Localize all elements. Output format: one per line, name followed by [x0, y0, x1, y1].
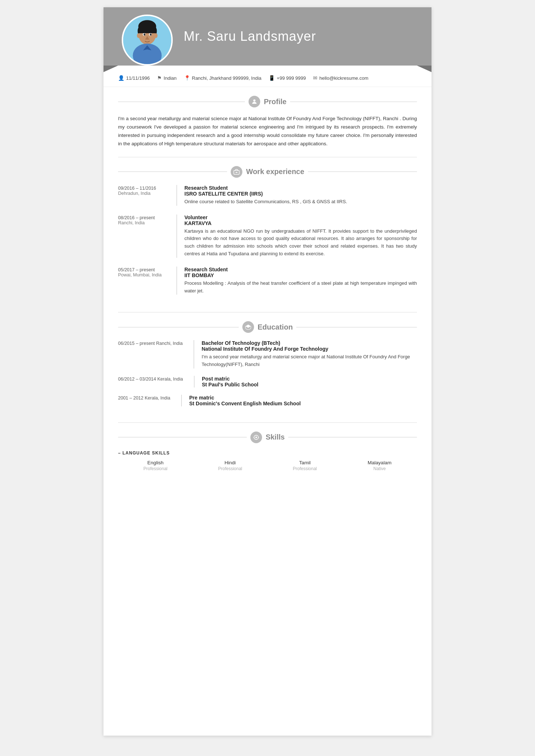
language-english: English Professional	[118, 460, 193, 471]
edu-item-1: 06/2015 – present Ranchi, India Bachelor…	[118, 340, 417, 369]
language-grid: English Professional Hindi Professional …	[118, 460, 417, 471]
dob-value: 11/11/1996	[126, 75, 150, 81]
avatar	[122, 15, 173, 66]
section-line-right	[290, 102, 417, 102]
svg-point-17	[255, 437, 257, 438]
email-item: ✉ hello@kickresume.com	[313, 75, 368, 81]
svg-point-10	[144, 34, 145, 36]
work-date-range-3: 05/2017 – present	[118, 267, 165, 272]
phone-item: 📱 +99 999 9999	[269, 75, 306, 81]
work-company-2: KARTAVYA	[184, 220, 417, 226]
education-section: Education 06/2015 – present Ranchi, Indi…	[104, 312, 431, 422]
work-desc-3: Process Modelling : Analysis of the heat…	[184, 280, 417, 295]
work-location-3: Powai, Mumbai, India	[118, 272, 165, 277]
language-level-tamil: Professional	[268, 466, 342, 471]
flag-icon: ⚑	[157, 75, 162, 81]
person-icon: 👤	[118, 75, 124, 81]
edu-location-1: Ranchi, India	[156, 341, 183, 346]
dob-item: 👤 11/11/1996	[118, 75, 150, 81]
edu-content-1: Bachelor Of Technology (BTech) National …	[194, 340, 417, 369]
work-job-title-1: Research Student	[184, 185, 417, 191]
svg-point-4	[154, 33, 157, 38]
work-date-2: 08/2016 – present Ranchi, India	[118, 214, 165, 258]
education-title: Education	[258, 323, 293, 331]
resume-container: Mr. Saru Landsmayer 👤 11/11/1996 ⚑ India…	[104, 7, 431, 736]
language-skills-label: – LANGUAGE SKILLS	[118, 450, 417, 456]
location-item: 📍 Ranchi, Jharkhand 999999, India	[184, 75, 262, 81]
section-line-right	[308, 172, 417, 172]
edu-location-3: Kerala, India	[145, 395, 170, 401]
edu-content-2: Post matric St Paul's Public School	[194, 376, 417, 387]
location-value: Ranchi, Jharkhand 999999, India	[192, 75, 262, 81]
nationality-item: ⚑ Indian	[157, 75, 176, 81]
skills-section: Skills – LANGUAGE SKILLS English Profess…	[104, 423, 431, 480]
location-icon: 📍	[184, 75, 190, 81]
language-level-hindi: Professional	[193, 466, 268, 471]
skills-section-header: Skills	[118, 432, 417, 443]
candidate-name: Mr. Saru Landsmayer	[184, 29, 316, 44]
language-name-hindi: Hindi	[193, 460, 268, 465]
edu-degree-3: Pre matric	[189, 395, 417, 401]
email-value: hello@kickresume.com	[319, 75, 368, 81]
section-line-right	[288, 437, 417, 437]
work-item-3: 05/2017 – present Powai, Mumbai, India R…	[118, 267, 417, 295]
edu-date-range-3: 2001 – 2012	[118, 395, 144, 401]
language-malayalam: Malayalam Native	[342, 460, 417, 471]
work-section-header: Work experience	[118, 166, 417, 178]
profile-section-header: Profile	[118, 96, 417, 107]
edu-school-3: St Dominic's Convent English Medium Scho…	[189, 401, 417, 406]
phone-icon: 📱	[269, 75, 275, 81]
work-desc-1: Online course related to Satellite Commu…	[184, 198, 417, 206]
edu-content-3: Pre matric St Dominic's Convent English …	[181, 395, 417, 406]
work-company-3: IIT BOMBAY	[184, 272, 417, 278]
profile-text: I'm a second year metallurgy and materia…	[118, 115, 417, 148]
section-line-right	[296, 327, 417, 327]
work-date-3: 05/2017 – present Powai, Mumbai, India	[118, 267, 165, 295]
section-line-left	[118, 327, 239, 327]
work-date-1: 09/2016 – 11/2016 Dehradun, India	[118, 185, 165, 206]
edu-location-2: Kerala, India	[157, 377, 183, 382]
language-hindi: Hindi Professional	[193, 460, 268, 471]
edu-item-2: 06/2012 – 03/2014 Kerala, India Post mat…	[118, 376, 417, 387]
edu-date-1: 06/2015 – present Ranchi, India	[118, 340, 183, 369]
work-job-title-3: Research Student	[184, 267, 417, 272]
work-company-1: ISRO SATELLITE CENTER (IIRS)	[184, 191, 417, 197]
skills-title: Skills	[266, 433, 285, 441]
edu-desc-1: I'm a second year metallurgy and materia…	[202, 353, 417, 369]
edu-school-1: National Institute Of Foundry And Forge …	[202, 346, 417, 352]
work-desc-2: Kartavya is an educational NGO run by un…	[184, 228, 417, 258]
work-content-1: Research Student ISRO SATELLITE CENTER (…	[176, 185, 417, 206]
header: Mr. Saru Landsmayer	[104, 7, 431, 66]
profile-section: Profile I'm a second year metallurgy and…	[104, 87, 431, 157]
personal-info-bar: 👤 11/11/1996 ⚑ Indian 📍 Ranchi, Jharkhan…	[104, 69, 431, 87]
svg-point-3	[137, 33, 140, 38]
work-date-range-1: 09/2016 – 11/2016	[118, 186, 165, 191]
work-location-1: Dehradun, India	[118, 191, 165, 196]
language-name-tamil: Tamil	[268, 460, 342, 465]
work-location-2: Ranchi, India	[118, 220, 165, 225]
email-icon: ✉	[313, 75, 317, 81]
language-level-english: Professional	[118, 466, 193, 471]
svg-point-11	[150, 34, 152, 36]
edu-date-3: 2001 – 2012 Kerala, India	[118, 395, 170, 406]
edu-school-2: St Paul's Public School	[202, 382, 417, 387]
section-line-left	[118, 102, 245, 102]
language-name-malayalam: Malayalam	[342, 460, 417, 465]
work-content-2: Volunteer KARTAVYA Kartavya is an educat…	[176, 214, 417, 258]
edu-degree-2: Post matric	[202, 376, 417, 382]
edu-date-range-2: 06/2012 – 03/2014	[118, 377, 156, 382]
work-title: Work experience	[246, 168, 304, 176]
nationality-value: Indian	[164, 75, 176, 81]
work-content-3: Research Student IIT BOMBAY Process Mode…	[176, 267, 417, 295]
edu-date-range-1: 06/2015 – present	[118, 341, 155, 346]
profile-title: Profile	[264, 98, 286, 106]
section-line-left	[118, 437, 247, 437]
education-section-header: Education	[118, 321, 417, 333]
work-date-range-2: 08/2016 – present	[118, 215, 165, 220]
edu-date-2: 06/2012 – 03/2014 Kerala, India	[118, 376, 183, 387]
work-item-1: 09/2016 – 11/2016 Dehradun, India Resear…	[118, 185, 417, 206]
work-job-title-2: Volunteer	[184, 214, 417, 220]
skills-section-icon	[250, 432, 262, 443]
language-level-malayalam: Native	[342, 466, 417, 471]
language-tamil: Tamil Professional	[268, 460, 342, 471]
